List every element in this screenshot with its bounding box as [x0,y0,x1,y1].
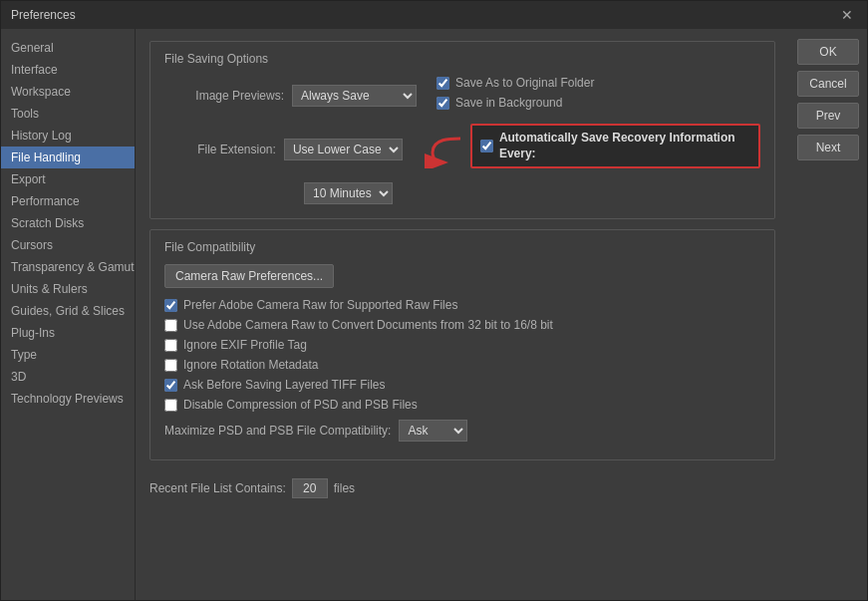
disable-compression-label: Disable Compression of PSD and PSB Files [183,398,418,412]
sidebar-item-guides-grid--slices[interactable]: Guides, Grid & Slices [1,300,135,322]
sidebar-item-workspace[interactable]: Workspace [1,81,135,103]
sidebar: GeneralInterfaceWorkspaceToolsHistory Lo… [1,29,136,600]
file-extension-label: File Extension: [164,143,276,156]
prefer-camera-raw-label: Prefer Adobe Camera Raw for Supported Ra… [183,298,457,312]
image-previews-label: Image Previews: [164,89,284,103]
prefer-camera-raw-checkbox[interactable] [164,299,177,312]
sidebar-item-performance[interactable]: Performance [1,190,135,212]
sidebar-item-type[interactable]: Type [1,344,135,366]
use-camera-raw-convert-label: Use Adobe Camera Raw to Convert Document… [183,318,553,332]
prefer-camera-raw-row: Prefer Adobe Camera Raw for Supported Ra… [164,298,760,312]
title-bar: Preferences ✕ [1,1,867,29]
file-compat-title: File Compatibility [164,240,760,254]
disable-compression-checkbox[interactable] [164,399,177,412]
ignore-rotation-row: Ignore Rotation Metadata [164,358,760,372]
save-in-background-checkbox[interactable] [436,97,449,110]
sidebar-item-transparency--gamut[interactable]: Transparency & Gamut [1,256,135,278]
save-as-original-row: Save As to Original Folder [436,76,594,90]
ask-before-saving-checkbox[interactable] [164,379,177,392]
recent-label: Recent File List Contains: [149,481,286,495]
right-options-top: Save As to Original Folder Save in Backg… [436,76,594,116]
sidebar-item-scratch-disks[interactable]: Scratch Disks [1,212,135,234]
sidebar-item-export[interactable]: Export [1,168,135,190]
recent-value-input[interactable]: 20 [292,478,328,498]
file-extension-row: File Extension: Use Lower CaseUse Upper … [164,124,760,174]
disable-compression-row: Disable Compression of PSD and PSB Files [164,398,760,412]
save-as-original-checkbox[interactable] [436,77,449,90]
next-button[interactable]: Next [797,135,859,160]
maximize-select[interactable]: AlwaysNeverAsk [399,420,467,442]
use-camera-raw-convert-checkbox[interactable] [164,319,177,332]
auto-save-label: Automatically Save Recovery Information … [499,131,750,161]
ask-before-saving-label: Ask Before Saving Layered TIFF Files [183,378,386,392]
main-content: File Saving Options Image Previews: Alwa… [136,29,789,600]
sidebar-item-file-handling[interactable]: File Handling [1,147,135,168]
sidebar-item-technology-previews[interactable]: Technology Previews [1,388,135,410]
image-previews-row: Image Previews: Always SaveNever SaveAsk… [164,76,760,116]
preferences-dialog: Preferences ✕ GeneralInterfaceWorkspaceT… [0,0,868,601]
minutes-row: 1 Minute5 Minutes10 Minutes15 Minutes30 … [304,182,760,204]
close-button[interactable]: ✕ [837,5,857,25]
ignore-rotation-checkbox[interactable] [164,359,177,372]
file-saving-section: File Saving Options Image Previews: Alwa… [149,41,775,219]
sidebar-item-interface[interactable]: Interface [1,59,135,81]
use-camera-raw-convert-row: Use Adobe Camera Raw to Convert Document… [164,318,760,332]
sidebar-item-plug-ins[interactable]: Plug-Ins [1,322,135,344]
save-in-background-label: Save in Background [455,96,562,110]
maximize-row: Maximize PSD and PSB File Compatibility:… [164,420,760,442]
file-extension-select[interactable]: Use Lower CaseUse Upper Case [284,139,403,160]
auto-save-box: Automatically Save Recovery Information … [470,124,760,168]
sidebar-item-tools[interactable]: Tools [1,103,135,125]
sidebar-item-units--rulers[interactable]: Units & Rulers [1,278,135,300]
recent-row: Recent File List Contains: 20 files [149,470,775,502]
auto-save-checkbox[interactable] [480,140,493,152]
file-saving-title: File Saving Options [164,52,760,66]
sidebar-item-history-log[interactable]: History Log [1,125,135,147]
sidebar-item-general[interactable]: General [1,37,135,59]
camera-raw-btn[interactable]: Camera Raw Preferences... [164,264,334,288]
dialog-body: GeneralInterfaceWorkspaceToolsHistory Lo… [1,29,867,600]
ask-before-saving-row: Ask Before Saving Layered TIFF Files [164,378,760,392]
save-as-original-label: Save As to Original Folder [455,76,594,90]
sidebar-item-cursors[interactable]: Cursors [1,234,135,256]
ignore-exif-checkbox[interactable] [164,339,177,352]
sidebar-item-3d[interactable]: 3D [1,366,135,388]
ignore-rotation-label: Ignore Rotation Metadata [183,358,318,372]
dialog-title: Preferences [11,8,76,22]
right-buttons-panel: OK Cancel Prev Next [789,29,867,600]
recent-suffix: files [334,481,355,495]
minutes-select[interactable]: 1 Minute5 Minutes10 Minutes15 Minutes30 … [304,182,393,204]
image-previews-select[interactable]: Always SaveNever SaveAsk When Saving [292,85,417,107]
save-in-background-row: Save in Background [436,96,594,110]
ignore-exif-row: Ignore EXIF Profile Tag [164,338,760,352]
file-compat-section: File Compatibility Camera Raw Preference… [149,229,775,460]
cancel-button[interactable]: Cancel [797,71,859,97]
ignore-exif-label: Ignore EXIF Profile Tag [183,338,307,352]
arrow-icon [423,131,466,168]
right-options-autosave: Automatically Save Recovery Information … [423,124,760,174]
ok-button[interactable]: OK [797,39,859,65]
prev-button[interactable]: Prev [797,103,859,129]
maximize-label: Maximize PSD and PSB File Compatibility: [164,424,391,438]
